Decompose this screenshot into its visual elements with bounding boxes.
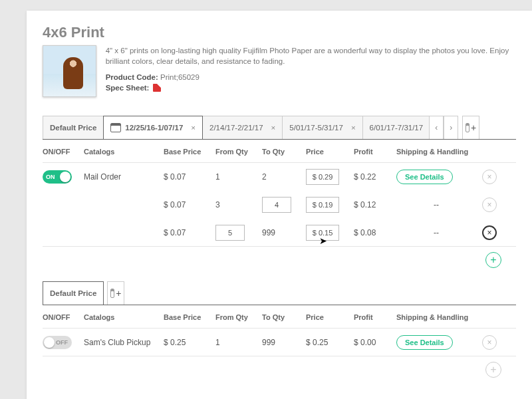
col-base: Base Price	[164, 148, 215, 156]
tab-date-range-4[interactable]: 6/01/17-7/31/17	[362, 116, 431, 139]
catalog-toggle-on[interactable]: ON	[43, 170, 72, 184]
delete-row-button[interactable]: ×	[482, 198, 497, 212]
add-date-range-button-2[interactable]: +	[107, 281, 124, 305]
col-onoff: ON/OFF	[43, 313, 84, 321]
col-price: Price	[306, 313, 354, 321]
table-row: ON Mail Order $ 0.07 1 2 $ 0.22 See Deta…	[43, 163, 516, 191]
col-ship: Shipping & Handling	[396, 148, 476, 156]
page-title: 4x6 Print	[43, 24, 516, 41]
catalog-toggle-off[interactable]: OFF	[43, 336, 72, 349]
table-row: OFF Sam's Club Pickup $ 0.25 1 999 $ 0.2…	[43, 329, 516, 356]
tab-default-price-2[interactable]: Default Price	[43, 281, 104, 305]
base-price: $ 0.07	[164, 172, 215, 182]
col-to: To Qty	[262, 148, 306, 156]
tab-date-range-1[interactable]: 12/25/16-1/07/17×	[103, 116, 203, 139]
from-qty: 1	[215, 338, 262, 347]
col-ship: Shipping & Handling	[396, 313, 476, 321]
shipping-value: --	[396, 228, 476, 237]
price-value: $ 0.25	[306, 338, 354, 347]
tabs-prev-button[interactable]: ‹	[429, 116, 444, 139]
profit-value: $ 0.00	[354, 338, 396, 347]
to-qty: 999	[262, 338, 306, 347]
base-price: $ 0.07	[164, 228, 215, 237]
add-row-button-disabled: +	[485, 362, 501, 378]
col-catalogs: Catalogs	[84, 148, 164, 156]
col-onoff: ON/OFF	[43, 148, 84, 156]
see-details-button[interactable]: See Details	[396, 170, 453, 184]
from-qty: 3	[215, 200, 262, 209]
shipping-value: --	[396, 200, 476, 209]
delete-row-button[interactable]: ×	[482, 170, 497, 184]
from-qty: 1	[215, 172, 262, 182]
tab-date-range-2[interactable]: 2/14/17-2/21/17×	[202, 116, 283, 139]
spec-sheet-label: Spec Sheet:	[106, 84, 150, 92]
price-input[interactable]	[306, 169, 339, 185]
col-profit: Profit	[354, 148, 396, 156]
catalog-name: Mail Order	[84, 172, 164, 182]
add-row-button[interactable]: +	[485, 252, 501, 268]
spec-sheet-link[interactable]	[153, 84, 161, 92]
catalog-name: Sam's Club Pickup	[84, 338, 164, 347]
product-thumbnail	[43, 45, 96, 97]
delete-row-button[interactable]: ×	[482, 335, 497, 350]
price-input[interactable]	[306, 225, 339, 241]
close-icon[interactable]: ×	[271, 124, 276, 132]
profit-value: $ 0.12	[354, 200, 396, 209]
to-qty-input[interactable]	[262, 197, 291, 213]
profit-value: $ 0.08	[354, 228, 396, 237]
close-icon[interactable]: ×	[351, 124, 356, 132]
price-input[interactable]	[306, 197, 339, 213]
delete-row-button[interactable]: ×	[482, 225, 497, 240]
col-price: Price	[306, 148, 354, 156]
tabs-next-button[interactable]: ›	[444, 116, 458, 139]
product-code-value: Print;65029	[160, 73, 200, 81]
col-catalogs: Catalogs	[84, 313, 164, 321]
col-profit: Profit	[354, 313, 396, 321]
to-qty: 2	[262, 172, 306, 182]
col-base: Base Price	[164, 313, 215, 321]
profit-value: $ 0.22	[354, 172, 396, 182]
date-tabs-2: Default Price +	[43, 281, 516, 305]
table-row: $ 0.07 3 $ 0.12 -- ×	[43, 191, 516, 219]
base-price: $ 0.07	[164, 200, 215, 209]
product-code-label: Product Code:	[106, 73, 158, 81]
base-price: $ 0.25	[164, 338, 215, 347]
table-row: $ 0.07 999 $ 0.08 -- ×	[43, 219, 516, 247]
col-to: To Qty	[262, 313, 306, 321]
close-icon[interactable]: ×	[191, 124, 196, 132]
tab-date-range-3[interactable]: 5/01/17-5/31/17×	[282, 116, 362, 139]
from-qty-input[interactable]	[215, 225, 245, 241]
product-description: 4" x 6" prints on long-lasting high qual…	[106, 45, 516, 66]
col-from: From Qty	[215, 313, 262, 321]
to-qty: 999	[262, 228, 306, 237]
tab-default-price[interactable]: Default Price	[43, 116, 104, 139]
add-date-range-button[interactable]: +	[462, 116, 479, 139]
see-details-button[interactable]: See Details	[396, 335, 453, 350]
col-from: From Qty	[215, 148, 262, 156]
date-tabs: Default Price 12/25/16-1/07/17× 2/14/17-…	[43, 116, 516, 140]
